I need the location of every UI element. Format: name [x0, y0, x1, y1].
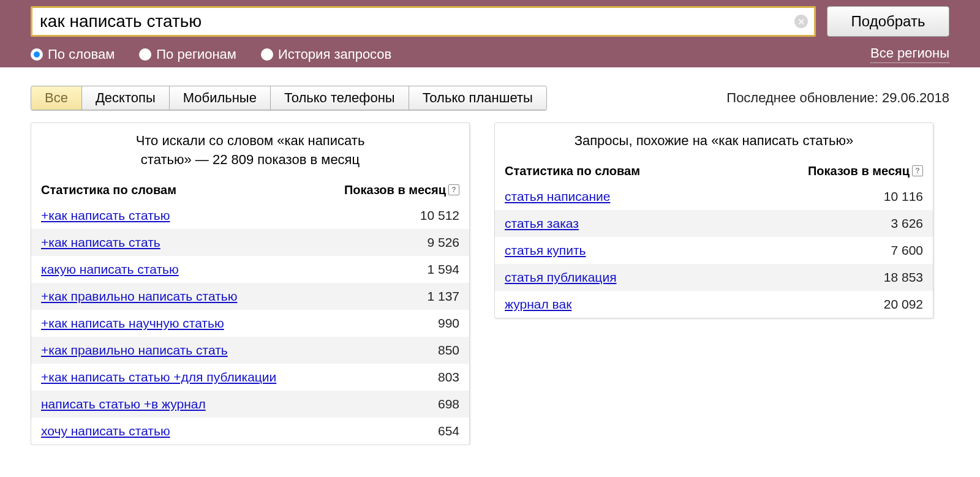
table-row: +как написать научную статью990	[31, 310, 469, 337]
top-bar: ✕ Подобрать По словам По регионам Истори…	[0, 0, 980, 67]
column-stat-header: Статистика по словам	[505, 164, 808, 178]
filter-by-words-label: По словам	[48, 47, 115, 62]
impressions-count: 1 137	[427, 289, 459, 304]
clear-icon[interactable]: ✕	[794, 15, 808, 28]
column-count-header-text: Показов в месяц	[808, 164, 910, 178]
table-row: хочу написать статью654	[31, 418, 469, 445]
filter-by-words[interactable]: По словам	[31, 47, 115, 62]
filter-history-label: История запросов	[278, 47, 391, 62]
table-row: +как написать статью +для публикации803	[31, 364, 469, 391]
impressions-count: 698	[438, 397, 459, 411]
table-row: статья заказ3 626	[495, 210, 933, 237]
column-count-header: Показов в месяц ?	[344, 183, 459, 197]
column-stat-header: Статистика по словам	[41, 183, 344, 197]
filter-history[interactable]: История запросов	[261, 47, 391, 62]
impressions-count: 9 526	[427, 235, 459, 250]
query-link[interactable]: статья публикация	[505, 270, 617, 284]
table-row: статья купить7 600	[495, 237, 933, 264]
table-row: +как правильно написать стать850	[31, 337, 469, 364]
table-row: +как написать статью10 512	[31, 202, 469, 229]
impressions-count: 654	[438, 424, 459, 438]
query-link[interactable]: +как правильно написать стать	[41, 343, 228, 357]
query-link[interactable]: написать статью +в журнал	[41, 397, 206, 411]
query-link[interactable]: +как написать статью	[41, 208, 170, 222]
table-row: какую написать статью1 594	[31, 256, 469, 283]
left-table-header: Статистика по словам Показов в месяц ?	[31, 178, 469, 202]
tab-phones[interactable]: Только телефоны	[271, 86, 409, 110]
left-panel-title-line1: Что искали со словом «как написать	[136, 133, 365, 148]
column-count-header: Показов в месяц ?	[808, 164, 923, 178]
impressions-count: 803	[438, 370, 459, 385]
impressions-count: 7 600	[891, 243, 923, 258]
table-row: журнал вак20 092	[495, 291, 933, 318]
tab-mobiles[interactable]: Мобильные	[170, 86, 271, 110]
last-updated-label: Последнее обновление: 29.06.2018	[726, 90, 949, 106]
impressions-count: 10 116	[884, 189, 923, 204]
left-panel-title-line2: статью» — 22 809 показов в месяц	[141, 152, 360, 167]
search-input[interactable]	[32, 8, 814, 35]
query-link[interactable]: +как написать научную статью	[41, 316, 224, 330]
query-link[interactable]: +как написать статью +для публикации	[41, 370, 276, 384]
table-row: статья написание10 116	[495, 183, 933, 210]
query-link[interactable]: хочу написать статью	[41, 424, 170, 438]
left-panel-title: Что искали со словом «как написать стать…	[31, 123, 469, 178]
impressions-count: 18 853	[884, 270, 923, 285]
radio-icon	[31, 48, 43, 61]
impressions-count: 3 626	[891, 216, 923, 231]
right-panel: Запросы, похожие на «как написать статью…	[494, 122, 933, 318]
impressions-count: 990	[438, 316, 459, 331]
impressions-count: 850	[438, 343, 459, 358]
query-link[interactable]: какую написать статью	[41, 262, 179, 276]
radio-icon	[261, 48, 273, 61]
query-link[interactable]: статья купить	[505, 243, 586, 257]
help-icon[interactable]: ?	[448, 184, 459, 195]
table-row: статья публикация18 853	[495, 264, 933, 291]
query-link[interactable]: +как написать стать	[41, 235, 160, 249]
device-tabs: ВсеДесктопыМобильныеТолько телефоныТольк…	[31, 86, 547, 110]
column-count-header-text: Показов в месяц	[344, 183, 446, 197]
table-row: +как написать стать9 526	[31, 229, 469, 256]
right-table-header: Статистика по словам Показов в месяц ?	[495, 159, 933, 183]
query-link[interactable]: статья заказ	[505, 216, 579, 230]
impressions-count: 20 092	[884, 297, 923, 312]
tab-tablets[interactable]: Только планшеты	[409, 86, 546, 110]
table-row: написать статью +в журнал698	[31, 391, 469, 418]
impressions-count: 1 594	[427, 262, 459, 277]
impressions-count: 10 512	[420, 208, 459, 223]
tab-all[interactable]: Все	[31, 86, 82, 110]
search-box: ✕	[31, 6, 816, 37]
filter-row: По словам По регионам История запросов В…	[31, 45, 949, 63]
left-panel: Что искали со словом «как написать стать…	[31, 122, 470, 445]
query-link[interactable]: +как правильно написать статью	[41, 289, 237, 303]
right-panel-title: Запросы, похожие на «как написать статью…	[495, 123, 933, 159]
region-selector-link[interactable]: Все регионы	[870, 45, 949, 63]
filter-by-regions[interactable]: По регионам	[139, 47, 236, 62]
filter-by-regions-label: По регионам	[156, 47, 236, 62]
tab-desktops[interactable]: Десктопы	[82, 86, 170, 110]
query-link[interactable]: журнал вак	[505, 297, 571, 311]
query-link[interactable]: статья написание	[505, 189, 610, 203]
submit-button[interactable]: Подобрать	[827, 6, 949, 37]
radio-icon	[139, 48, 151, 61]
help-icon[interactable]: ?	[912, 165, 923, 176]
table-row: +как правильно написать статью1 137	[31, 283, 469, 310]
